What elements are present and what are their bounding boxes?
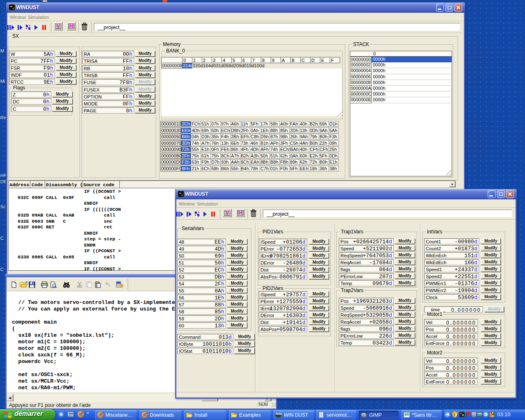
svg-text:!: !: [454, 413, 455, 417]
